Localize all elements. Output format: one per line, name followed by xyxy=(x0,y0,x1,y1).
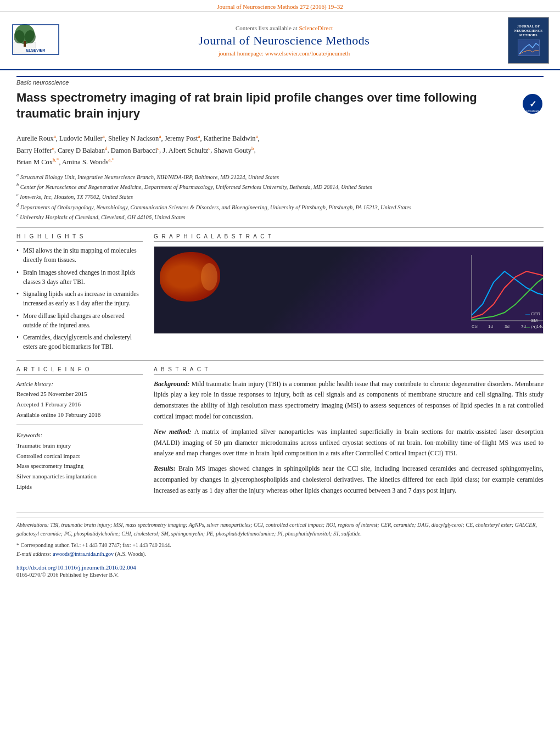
doi-block: http://dx.doi.org/10.1016/j.jneumeth.201… xyxy=(16,564,544,571)
contents-text: Contents lists available at xyxy=(236,25,298,31)
email-block: E-mail address: awoods@intra.nida.nih.go… xyxy=(16,550,544,559)
corresponding-block: * Corresponding author. Tel.: +1 443 740… xyxy=(16,541,544,550)
journal-homepage: journal homepage: www.elsevier.com/locat… xyxy=(60,50,508,57)
received-date: Received 25 November 2015 xyxy=(16,389,143,399)
keywords-block: Keywords: Traumatic brain injury Control… xyxy=(16,430,143,492)
copyright-line: 0165-0270/© 2016 Published by Elsevier B… xyxy=(16,572,544,578)
graphical-abstract-heading: G R A P H I C A L A B S T R A C T xyxy=(154,233,544,242)
author-1: Aurelie Rouxa xyxy=(16,135,56,142)
results-text: Brain MS images showed changes in sphing… xyxy=(154,465,544,494)
main-content: Basic neuroscience Mass spectrometry ima… xyxy=(0,70,560,586)
author-11: Brian M Coxb,* xyxy=(16,158,59,166)
graphical-abstract-image: Ctrl 1d 3d 7d 14d — CER — SM — PC xyxy=(154,246,544,334)
corresponding-label: * Corresponding author. xyxy=(16,542,70,548)
article-history-block: Article history: Received 25 November 20… xyxy=(16,379,143,420)
cover-image xyxy=(518,40,540,56)
svg-text:CrossMark: CrossMark xyxy=(526,109,540,113)
keywords-label: Keywords: xyxy=(16,430,143,440)
tel-text: Tel.: +1 443 740 2747; fax: +1 443 740 2… xyxy=(71,542,171,548)
affiliation-a: a Structural Biology Unit, Integrative N… xyxy=(16,172,544,182)
author-8: Damon Barbaccic xyxy=(111,147,159,154)
journal-reference: Journal of Neuroscience Methods 272 (201… xyxy=(0,0,560,12)
keyword-1: Traumatic brain injury xyxy=(16,440,143,451)
legend-item-1: — CER xyxy=(525,311,540,317)
journal-name: Journal of Neuroscience Methods xyxy=(60,34,508,48)
author-12: Amina S. Woodsa,* xyxy=(62,158,114,166)
email-address[interactable]: awoods@intra.nida.nih.gov xyxy=(53,551,114,557)
accepted-date: Accepted 1 February 2016 xyxy=(16,399,143,410)
method-text: A matrix of implanted silver nanoparticl… xyxy=(154,428,544,458)
author-10: Shawn Goutyb xyxy=(214,147,254,154)
highlights-heading: H I G H L I G H T S xyxy=(16,233,143,242)
legend-item-3: — PC xyxy=(525,324,540,331)
footer-block: Abbreviations: TBI, traumatic brain inju… xyxy=(16,512,544,559)
article-title: Mass spectrometry imaging of rat brain l… xyxy=(16,90,513,121)
affiliations-block: a Structural Biology Unit, Integrative N… xyxy=(16,172,544,222)
highlight-3: Signaling lipids such as increase in cer… xyxy=(16,289,143,309)
author-9: J. Albert Schultzc xyxy=(163,147,210,154)
journal-ref-text: Journal of Neuroscience Methods 272 (201… xyxy=(217,3,343,10)
highlight-5: Ceramides, diacylglycerols and cholester… xyxy=(16,333,143,352)
abbreviations-label: Abbreviations: xyxy=(16,522,49,528)
info-divider xyxy=(16,424,143,425)
legend-item-2: — SM xyxy=(525,317,540,324)
background-label: Background: xyxy=(154,380,189,388)
doi-link[interactable]: http://dx.doi.org/10.1016/j.jneumeth.201… xyxy=(16,564,136,571)
svg-point-3 xyxy=(25,30,36,43)
homepage-url[interactable]: www.elsevier.com/locate/jneumeth xyxy=(265,50,350,57)
highlight-1: MSI allows the in situ mapping of molecu… xyxy=(16,246,143,265)
authors-block: Aurelie Rouxa, Ludovic Mullera, Shelley … xyxy=(16,132,544,167)
article-info-column: A R T I C L E I N F O Article history: R… xyxy=(16,366,143,501)
available-date: Available online 10 February 2016 xyxy=(16,410,143,420)
author-2: Ludovic Mullera xyxy=(59,135,105,142)
highlight-2: Brain images showed changes in most lipi… xyxy=(16,268,143,287)
abbreviations-block: Abbreviations: TBI, traumatic brain inju… xyxy=(16,521,544,538)
keyword-2: Controlled cortical impact xyxy=(16,451,143,461)
svg-rect-4 xyxy=(24,41,26,47)
abstract-heading: A B S T R A C T xyxy=(154,366,544,375)
elsevier-logo: ELSEVIER xyxy=(11,23,60,58)
affiliation-c: c Ionwerks, Inc, Houston, TX 77002, Unit… xyxy=(16,192,544,202)
affiliation-b: b Center for Neuroscience and Regenerati… xyxy=(16,182,544,192)
results-label: Results: xyxy=(154,465,176,472)
highlights-column: H I G H L I G H T S MSI allows the in si… xyxy=(16,233,143,355)
journal-title-block: Contents lists available at ScienceDirec… xyxy=(60,25,508,57)
sciencedirect-line: Contents lists available at ScienceDirec… xyxy=(60,25,508,31)
history-label: Article history: xyxy=(16,379,143,389)
brain-image xyxy=(160,252,220,302)
author-6: Barry Hoffere xyxy=(16,147,54,154)
homepage-label: journal homepage: xyxy=(219,50,264,57)
method-label: New method: xyxy=(154,428,192,436)
keyword-5: Lipids xyxy=(16,482,143,492)
svg-text:Ctrl: Ctrl xyxy=(472,324,479,329)
author-3: Shelley N Jacksona xyxy=(108,135,161,142)
abbreviations-text: TBI, traumatic brain injury; MSI, mass s… xyxy=(16,522,537,537)
affiliation-d: d Departments of Otolaryngology, Neurobi… xyxy=(16,202,544,212)
email-author: (A.S. Woods). xyxy=(115,551,146,557)
journal-header: ELSEVIER Contents lists available at Sci… xyxy=(0,12,560,70)
affiliation-e: e University Hospitals of Cleveland, Cle… xyxy=(16,212,544,222)
highlights-graphical-row: H I G H L I G H T S MSI allows the in si… xyxy=(16,233,544,355)
graphical-abstract-column: G R A P H I C A L A B S T R A C T xyxy=(154,233,544,355)
article-info-heading: A R T I C L E I N F O xyxy=(16,366,143,375)
info-abstract-row: A R T I C L E I N F O Article history: R… xyxy=(16,366,544,501)
svg-text:3d: 3d xyxy=(505,324,509,329)
keyword-3: Mass spectrometry imaging xyxy=(16,461,143,471)
email-label: E-mail address: xyxy=(16,551,52,557)
divider-2 xyxy=(16,360,544,361)
author-7: Carey D Balaband xyxy=(58,147,108,154)
divider-1 xyxy=(16,227,544,228)
author-5: Katherine Baldwina xyxy=(204,135,258,142)
background-text: Mild traumatic brain injury (TBI) is a c… xyxy=(154,380,544,420)
keyword-4: Silver nanoparticles implantation xyxy=(16,471,143,482)
cover-title: JOURNAL OF NEUROSCIENCE METHODS xyxy=(514,25,543,37)
abstract-results: Results: Brain MS images showed changes … xyxy=(154,464,544,496)
svg-text:ELSEVIER: ELSEVIER xyxy=(26,48,46,52)
svg-text:✓: ✓ xyxy=(529,99,536,109)
abstract-column: A B S T R A C T Background: Mild traumat… xyxy=(154,366,544,501)
crossmark-icon[interactable]: ✓ CrossMark xyxy=(522,93,544,117)
sciencedirect-link[interactable]: ScienceDirect xyxy=(299,25,333,31)
abstract-method: New method: A matrix of implanted silver… xyxy=(154,427,544,459)
author-4: Jeremy Posta xyxy=(165,135,200,142)
footer-divider xyxy=(16,517,544,517)
